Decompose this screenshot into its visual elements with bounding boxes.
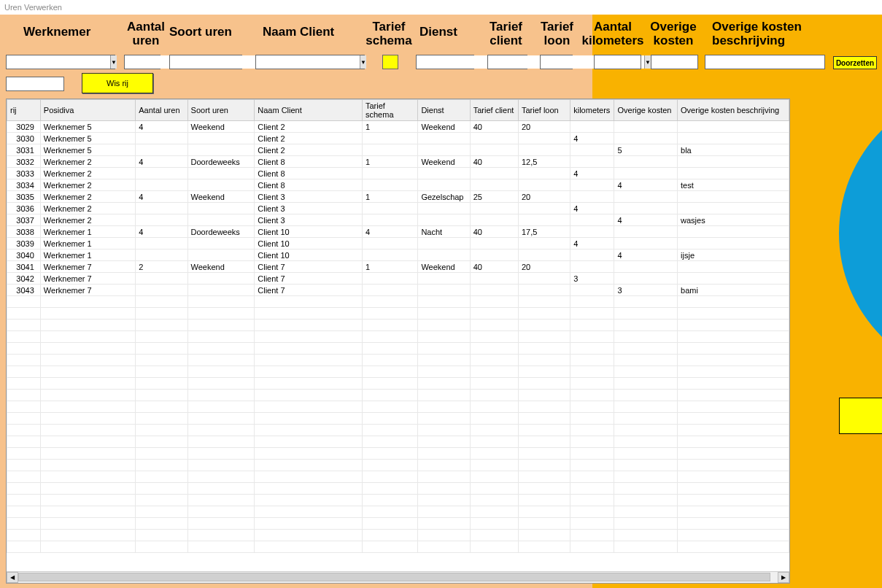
table-cell[interactable] — [418, 355, 470, 366]
table-cell[interactable] — [418, 331, 470, 343]
table-cell[interactable] — [255, 401, 363, 413]
table-cell[interactable] — [678, 448, 789, 460]
table-cell[interactable] — [362, 448, 417, 460]
table-cell[interactable] — [614, 518, 678, 530]
table-cell[interactable] — [418, 460, 470, 471]
table-cell[interactable] — [187, 320, 255, 331]
overige-beschrijving-input[interactable] — [705, 55, 824, 69]
table-cell[interactable]: test — [678, 179, 789, 191]
table-cell[interactable]: 4 — [136, 156, 187, 168]
table-cell[interactable] — [187, 331, 255, 343]
table-cell[interactable]: 3039 — [7, 238, 41, 249]
table-cell[interactable] — [570, 285, 614, 296]
table-cell[interactable] — [470, 366, 518, 378]
table-cell[interactable]: 25 — [470, 191, 518, 203]
table-cell[interactable] — [470, 518, 518, 530]
table-cell[interactable] — [418, 144, 470, 156]
table-cell[interactable] — [187, 179, 255, 191]
table-row[interactable] — [7, 483, 789, 495]
table-cell[interactable] — [136, 343, 187, 355]
table-cell[interactable] — [470, 401, 518, 413]
table-row[interactable]: 3039Werknemer 1Client 104 — [7, 238, 789, 249]
table-cell[interactable]: 3042 — [7, 273, 41, 285]
table-cell[interactable] — [614, 366, 678, 378]
table-cell[interactable]: Client 2 — [255, 133, 363, 144]
table-cell[interactable] — [614, 156, 678, 168]
table-cell[interactable] — [678, 343, 789, 355]
table-cell[interactable] — [570, 390, 614, 401]
table-row[interactable]: 3040Werknemer 1Client 104ijsje — [7, 249, 789, 261]
table-cell[interactable] — [678, 378, 789, 390]
table-cell[interactable] — [136, 378, 187, 390]
table-cell[interactable] — [40, 448, 135, 460]
table-row[interactable] — [7, 518, 789, 530]
table-cell[interactable] — [678, 226, 789, 238]
table-cell[interactable] — [136, 460, 187, 471]
aantal-uren-combo[interactable]: ▼ — [124, 55, 160, 69]
table-row[interactable]: 3043Werknemer 7Client 73bami — [7, 285, 789, 296]
table-cell[interactable] — [7, 378, 41, 390]
table-cell[interactable]: Client 8 — [255, 156, 363, 168]
table-cell[interactable] — [362, 144, 417, 156]
table-cell[interactable]: 4 — [570, 168, 614, 179]
table-cell[interactable]: 3031 — [7, 144, 41, 156]
table-cell[interactable] — [7, 401, 41, 413]
table-cell[interactable] — [570, 483, 614, 495]
table-cell[interactable] — [470, 460, 518, 471]
table-cell[interactable] — [518, 506, 570, 518]
table-cell[interactable] — [136, 471, 187, 483]
table-cell[interactable] — [518, 133, 570, 144]
table-cell[interactable] — [255, 320, 363, 331]
table-cell[interactable]: 40 — [470, 121, 518, 133]
table-cell[interactable] — [418, 285, 470, 296]
table-cell[interactable] — [678, 203, 789, 214]
table-cell[interactable] — [418, 413, 470, 425]
table-cell[interactable] — [187, 238, 255, 249]
table-cell[interactable] — [255, 296, 363, 308]
table-cell[interactable]: Client 8 — [255, 179, 363, 191]
table-cell[interactable] — [136, 249, 187, 261]
table-cell[interactable] — [362, 460, 417, 471]
table-cell[interactable] — [362, 331, 417, 343]
table-cell[interactable]: 4 — [614, 179, 678, 191]
column-header[interactable]: Naam Client — [255, 100, 363, 121]
table-cell[interactable] — [678, 261, 789, 273]
table-cell[interactable]: Werknemer 2 — [40, 168, 135, 179]
table-cell[interactable] — [518, 401, 570, 413]
table-cell[interactable] — [255, 436, 363, 448]
data-grid[interactable]: rijPosidivaAantal urenSoort urenNaam Cli… — [6, 98, 790, 584]
table-cell[interactable]: 40 — [470, 156, 518, 168]
table-cell[interactable] — [570, 518, 614, 530]
chevron-down-icon[interactable]: ▼ — [644, 55, 651, 69]
table-cell[interactable] — [40, 436, 135, 448]
table-cell[interactable] — [678, 191, 789, 203]
table-cell[interactable] — [614, 320, 678, 331]
table-cell[interactable] — [7, 343, 41, 355]
table-cell[interactable]: Werknemer 2 — [40, 191, 135, 203]
table-cell[interactable]: 4 — [614, 214, 678, 226]
table-cell[interactable] — [418, 168, 470, 179]
table-cell[interactable] — [678, 133, 789, 144]
table-cell[interactable] — [136, 390, 187, 401]
table-cell[interactable] — [570, 214, 614, 226]
table-cell[interactable] — [518, 495, 570, 506]
table-cell[interactable] — [40, 378, 135, 390]
table-cell[interactable] — [136, 355, 187, 366]
table-cell[interactable]: Client 3 — [255, 214, 363, 226]
table-cell[interactable] — [40, 355, 135, 366]
table-cell[interactable]: Werknemer 2 — [40, 214, 135, 226]
table-cell[interactable] — [678, 541, 789, 553]
doorzetten-button[interactable]: Doorzetten — [833, 56, 877, 69]
table-cell[interactable]: 12,5 — [518, 156, 570, 168]
table-row[interactable] — [7, 436, 789, 448]
table-cell[interactable] — [418, 366, 470, 378]
table-cell[interactable]: 3036 — [7, 203, 41, 214]
table-cell[interactable] — [470, 448, 518, 460]
table-cell[interactable] — [418, 133, 470, 144]
table-cell[interactable] — [255, 331, 363, 343]
table-cell[interactable] — [136, 530, 187, 541]
table-cell[interactable] — [362, 518, 417, 530]
table-row[interactable]: 3036Werknemer 2Client 34 — [7, 203, 789, 214]
table-cell[interactable] — [678, 355, 789, 366]
table-cell[interactable]: Werknemer 2 — [40, 156, 135, 168]
